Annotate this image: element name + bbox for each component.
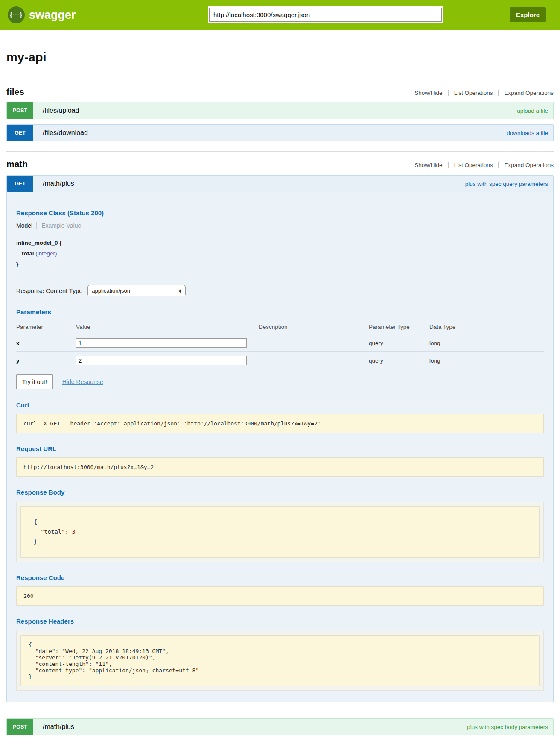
col-data-type: Data Type [429,320,544,334]
header-bar: {···} swagger Explore [0,0,560,30]
model-tabs: ModelExample Value [16,222,544,229]
json-text: { "total": [34,518,72,535]
list-operations-link[interactable]: List Operations [448,90,499,96]
request-url-heading: Request URL [16,445,544,452]
tab-example-value[interactable]: Example Value [36,222,81,229]
response-headers-heading: Response Headers [16,618,544,625]
select-arrows-icon: ▲▼ [178,289,181,293]
param-name: y [16,352,76,369]
response-code-heading: Response Code [16,574,544,581]
endpoint-row-post-files-upload[interactable]: POST /files/upload upload a file [6,102,554,119]
section-title-math[interactable]: math [6,159,28,169]
model-open-line: inline_model_0 { [16,237,544,248]
try-it-out-button[interactable]: Try it out! [16,374,53,390]
curl-heading: Curl [16,401,544,409]
method-badge-get: GET [7,125,33,141]
param-y-value-input[interactable] [76,356,247,365]
brand-name: swagger [29,9,76,22]
param-description [259,334,369,352]
response-content-type-row: Response Content Type application/json ▲… [16,285,544,296]
selected-content-type: application/json [92,287,130,294]
section-title-files[interactable]: files [6,87,24,97]
endpoint-row-get-math-plus[interactable]: GET /math/plus plus with spec query para… [6,175,554,192]
section-header-files: files Show/Hide List Operations Expand O… [6,87,554,97]
response-headers-json: { "date": "Wed, 22 Aug 2018 18:49:13 GMT… [20,635,540,686]
section-controls-math: Show/Hide List Operations Expand Operati… [409,162,554,168]
param-type: query [369,334,429,352]
endpoint-row-post-math-plus[interactable]: POST /math/plus plus with spec body para… [6,718,554,735]
endpoint-path[interactable]: /files/download [43,129,88,137]
model-property: total (integer) [16,248,544,259]
operation-detail-panel: Response Class (Status 200) ModelExample… [6,192,554,702]
parameters-table: Parameter Value Description Parameter Ty… [16,320,544,369]
model-property-name: total [22,250,34,257]
response-headers-block: { "date": "Wed, 22 Aug 2018 18:49:13 GMT… [16,631,544,691]
section-controls-files: Show/Hide List Operations Expand Operati… [409,90,554,96]
endpoint-summary-link[interactable]: plus with spec query parameters [465,181,548,187]
endpoint-path[interactable]: /math/plus [43,180,74,187]
col-description: Description [259,320,369,334]
json-number-value: 3 [72,528,75,535]
request-url-value: http://localhost:3000/math/plus?x=1&y=2 [16,457,544,477]
endpoint-path[interactable]: /files/upload [43,107,79,114]
parameters-header-row: Parameter Value Description Parameter Ty… [16,320,544,334]
actions-row: Try it out! Hide Response [16,374,544,390]
section-divider [6,151,554,152]
method-badge-post: POST [7,102,33,119]
response-content-type-label: Response Content Type [16,287,82,294]
endpoint-path[interactable]: /math/plus [43,723,74,731]
response-class-heading: Response Class (Status 200) [16,209,544,217]
endpoint-row-get-files-download[interactable]: GET /files/download downloads a file [6,124,554,141]
param-type: query [369,352,429,369]
param-data-type: long [429,334,544,352]
logo-glyph: {···} [10,12,23,18]
explore-button[interactable]: Explore [510,7,546,22]
parameter-row-y: y query long [16,352,544,369]
response-content-type-select[interactable]: application/json ▲▼ [88,285,186,296]
param-description [259,352,369,369]
response-body-block: { "total": 3 } [16,502,544,562]
expand-operations-link[interactable]: Expand Operations [498,162,554,168]
parameter-row-x: x query long [16,334,544,352]
list-operations-link[interactable]: List Operations [448,162,499,168]
col-parameter-type: Parameter Type [369,320,429,334]
expand-operations-link[interactable]: Expand Operations [498,90,554,96]
tab-model[interactable]: Model [16,222,32,229]
col-value: Value [76,320,259,334]
show-hide-link[interactable]: Show/Hide [409,162,448,168]
endpoint-summary-link[interactable]: downloads a file [507,130,548,136]
swagger-logo-icon: {···} [8,6,25,23]
param-data-type: long [429,352,544,369]
method-badge-get: GET [7,176,33,192]
show-hide-link[interactable]: Show/Hide [409,90,448,96]
param-name: x [16,334,76,352]
endpoint-summary-link[interactable]: plus with spec body parameters [467,724,548,730]
page-title: my-api [6,50,554,64]
model-signature: inline_model_0 { total (integer) } [16,237,544,269]
section-header-math: math Show/Hide List Operations Expand Op… [6,159,554,169]
hide-response-link[interactable]: Hide Response [62,378,103,385]
json-text: } [34,538,37,545]
curl-command: curl -X GET --header 'Accept: applicatio… [16,414,544,433]
col-parameter: Parameter [16,320,76,334]
endpoint-summary-link[interactable]: upload a file [517,108,548,114]
response-body-heading: Response Body [16,489,544,496]
brand-link[interactable]: {···} swagger [8,6,76,23]
response-code-value: 200 [16,586,544,606]
parameters-heading: Parameters [16,308,544,316]
model-close-line: } [16,259,544,269]
method-badge-post: POST [7,719,33,735]
spec-url-input[interactable] [209,8,442,22]
response-body-json: { "total": 3 } [20,506,540,558]
model-property-type: (integer) [35,250,57,257]
param-x-value-input[interactable] [76,338,247,348]
